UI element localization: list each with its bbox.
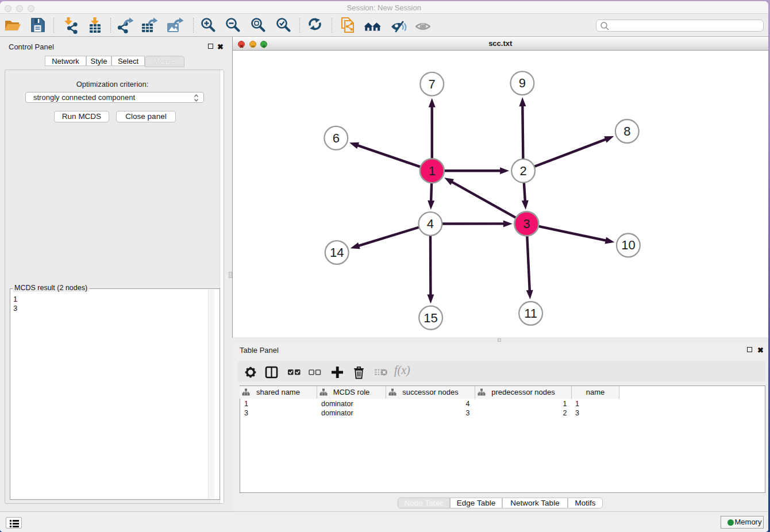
svg-text:9: 9 — [519, 76, 526, 90]
svg-text:3: 3 — [523, 217, 530, 231]
svg-text:14: 14 — [330, 245, 344, 260]
svg-text:2: 2 — [519, 164, 526, 178]
svg-text:8: 8 — [623, 124, 630, 138]
svg-text:1: 1 — [429, 164, 436, 178]
svg-text:7: 7 — [429, 77, 436, 91]
svg-text:15: 15 — [424, 311, 437, 325]
svg-text:10: 10 — [621, 238, 635, 252]
svg-text:11: 11 — [524, 306, 537, 321]
svg-text:6: 6 — [333, 131, 340, 145]
svg-text:4: 4 — [427, 217, 434, 231]
